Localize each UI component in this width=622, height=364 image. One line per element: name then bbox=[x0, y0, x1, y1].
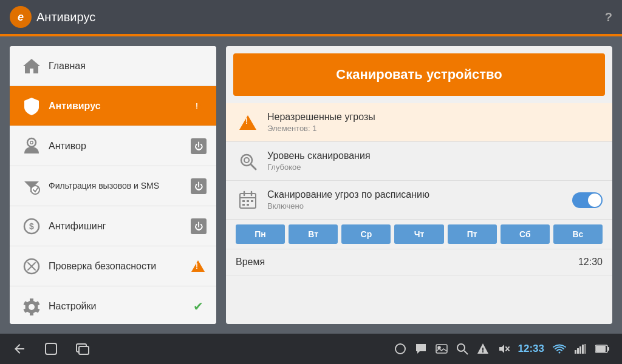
sidebar-label-settings: Настройки bbox=[49, 301, 190, 312]
antiphishing-power-badge: ⏻ bbox=[191, 218, 207, 234]
time-label: Время bbox=[236, 257, 265, 268]
sidebar-item-home[interactable]: Главная bbox=[10, 46, 216, 86]
sidebar-label-callfilter: Фильтрация вызовов и SMS bbox=[49, 180, 191, 191]
sidebar-item-settings[interactable]: Настройки ✔ bbox=[10, 286, 216, 324]
scan-button[interactable]: Сканировать устройство bbox=[233, 53, 605, 96]
svg-rect-36 bbox=[582, 345, 584, 354]
schedule-toggle[interactable] bbox=[572, 192, 603, 208]
svg-rect-40 bbox=[607, 347, 609, 351]
schedule-subtitle: Включено bbox=[267, 201, 572, 211]
scan-level-icon bbox=[236, 149, 260, 174]
schedule-row[interactable]: Сканирование угроз по расписанию Включен… bbox=[226, 181, 612, 220]
threats-row[interactable]: Неразрешенные угрозы Элементов: 1 bbox=[226, 103, 612, 142]
image-icon bbox=[436, 343, 448, 355]
svg-rect-33 bbox=[575, 350, 576, 354]
antitheft-icon bbox=[19, 134, 44, 158]
right-panel: Сканировать устройство Неразрешенные угр… bbox=[226, 46, 612, 324]
days-row: Пн Вт Ср Чт Пт Сб Вс bbox=[226, 220, 612, 249]
svg-rect-29 bbox=[482, 351, 484, 352]
nav-icons bbox=[12, 342, 90, 356]
threats-subtitle: Элементов: 1 bbox=[267, 124, 603, 133]
svg-rect-39 bbox=[596, 346, 606, 352]
search-icon bbox=[456, 343, 468, 355]
svg-text:$: $ bbox=[29, 221, 34, 231]
sidebar-item-antitheft[interactable]: Антивор ⏻ bbox=[10, 126, 216, 166]
day-tue[interactable]: Вт bbox=[289, 224, 338, 244]
top-bar: e Антивирус ? bbox=[0, 0, 622, 34]
svg-rect-24 bbox=[436, 345, 447, 353]
shield-icon bbox=[19, 94, 44, 118]
day-wed[interactable]: Ср bbox=[341, 224, 391, 244]
time-row[interactable]: Время 12:30 bbox=[226, 249, 612, 275]
threat-icon bbox=[236, 110, 260, 135]
svg-point-3 bbox=[31, 186, 39, 194]
day-thu[interactable]: Чт bbox=[394, 224, 443, 244]
app-title: Антивирус bbox=[36, 10, 95, 24]
back-icon[interactable] bbox=[12, 342, 27, 356]
app-branding: e Антивирус bbox=[10, 6, 95, 28]
svg-rect-18 bbox=[242, 204, 245, 206]
system-time: 12:33 bbox=[518, 343, 544, 355]
schedule-icon bbox=[236, 188, 260, 212]
svg-point-32 bbox=[559, 352, 561, 354]
battery-icon bbox=[595, 344, 610, 354]
toggle-knob bbox=[588, 194, 601, 207]
recents-icon[interactable] bbox=[75, 342, 90, 356]
svg-rect-17 bbox=[251, 200, 253, 202]
callfilter-power-badge: ⏻ bbox=[191, 178, 207, 194]
main-content: Главная Антивирус bbox=[0, 36, 622, 334]
day-fri[interactable]: Пт bbox=[448, 224, 497, 244]
svg-rect-19 bbox=[247, 204, 249, 206]
sidebar-label-antivirus: Антивирус bbox=[49, 101, 190, 112]
wifi-icon bbox=[553, 344, 566, 354]
time-value: 12:30 bbox=[578, 257, 603, 268]
schedule-toggle-container bbox=[572, 192, 603, 208]
svg-line-27 bbox=[464, 351, 468, 354]
scan-level-row[interactable]: Уровень сканирования Глубокое bbox=[226, 142, 612, 181]
sidebar-item-callfilter[interactable]: Фильтрация вызовов и SMS ⏻ bbox=[10, 166, 216, 206]
sidebar-label-home: Главная bbox=[49, 61, 207, 72]
scan-level-content: Уровень сканирования Глубокое bbox=[267, 150, 603, 172]
phishing-icon: $ bbox=[19, 214, 44, 238]
sidebar-item-security[interactable]: Проверка безопасности bbox=[10, 246, 216, 286]
circle-icon bbox=[394, 343, 406, 355]
schedule-title: Сканирование угроз по расписанию bbox=[267, 189, 572, 200]
day-sun[interactable]: Вс bbox=[553, 224, 603, 244]
svg-rect-35 bbox=[579, 346, 581, 354]
sidebar-label-antitheft: Антивор bbox=[49, 141, 191, 152]
settings-check-badge: ✔ bbox=[190, 298, 207, 315]
app-logo: e bbox=[10, 6, 32, 28]
threats-content: Неразрешенные угрозы Элементов: 1 bbox=[267, 112, 603, 133]
svg-rect-16 bbox=[247, 200, 249, 202]
svg-rect-15 bbox=[242, 200, 245, 202]
mute-icon bbox=[497, 343, 510, 355]
sidebar-item-antiphishing[interactable]: $ Антифишинг ⏻ bbox=[10, 206, 216, 246]
sidebar-item-antivirus[interactable]: Антивирус bbox=[10, 86, 216, 126]
bottom-bar: 12:33 bbox=[0, 334, 622, 364]
svg-point-23 bbox=[395, 344, 405, 354]
threats-title: Неразрешенные угрозы bbox=[267, 112, 603, 123]
sidebar-label-security: Проверка безопасности bbox=[49, 261, 190, 272]
home-nav-icon[interactable] bbox=[44, 342, 58, 356]
day-mon[interactable]: Пн bbox=[236, 224, 285, 244]
status-icons: 12:33 bbox=[394, 343, 610, 355]
svg-point-10 bbox=[244, 158, 249, 163]
security-icon bbox=[19, 254, 44, 278]
sidebar: Главная Антивирус bbox=[10, 46, 216, 324]
home-icon bbox=[19, 54, 44, 78]
svg-point-7 bbox=[29, 304, 35, 310]
warning-icon bbox=[477, 343, 489, 355]
security-warn-badge bbox=[190, 258, 207, 275]
svg-rect-37 bbox=[584, 344, 586, 354]
help-button[interactable]: ? bbox=[605, 10, 612, 24]
schedule-content: Сканирование угроз по расписанию Включен… bbox=[267, 189, 572, 211]
scan-level-title: Уровень сканирования bbox=[267, 150, 603, 161]
svg-point-2 bbox=[31, 141, 33, 143]
antivirus-warn-badge bbox=[190, 98, 207, 115]
svg-rect-22 bbox=[79, 346, 89, 354]
svg-point-26 bbox=[457, 344, 465, 351]
chat-icon bbox=[415, 343, 427, 355]
day-sat[interactable]: Сб bbox=[501, 224, 550, 244]
scan-level-subtitle: Глубокое bbox=[267, 163, 603, 172]
svg-rect-20 bbox=[46, 343, 56, 354]
